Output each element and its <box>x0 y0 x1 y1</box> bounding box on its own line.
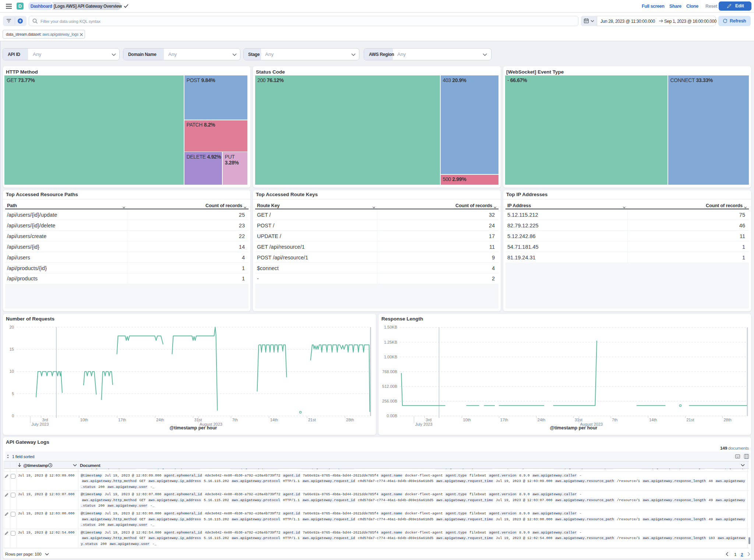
svg-text:1.50KB: 1.50KB <box>384 325 397 329</box>
svg-text:14th: 14th <box>270 418 278 422</box>
svg-text:1.00KB: 1.00KB <box>384 355 397 359</box>
svg-text:@timestamp per hour: @timestamp per hour <box>550 425 598 430</box>
svg-text:20: 20 <box>10 325 14 329</box>
svg-text:768.00B: 768.00B <box>382 369 397 374</box>
svg-text:10: 10 <box>10 369 14 373</box>
svg-text:256.00B: 256.00B <box>382 399 397 403</box>
svg-text:Dashboard: Dashboard <box>31 4 52 9</box>
svg-text:24th: 24th <box>538 418 545 422</box>
svg-text:512.00B: 512.00B <box>382 384 397 389</box>
svg-text:7th: 7th <box>612 418 617 422</box>
svg-text:21st: 21st <box>686 418 694 422</box>
svg-text:0.00B: 0.00B <box>387 414 397 418</box>
svg-text:July 2023: July 2023 <box>415 422 432 426</box>
svg-text:3rd: 3rd <box>42 418 48 422</box>
svg-text:28th: 28th <box>724 418 732 422</box>
svg-text:24th: 24th <box>156 418 164 422</box>
svg-text:17th: 17th <box>118 418 126 422</box>
svg-text:10th: 10th <box>463 418 471 422</box>
svg-text:21st: 21st <box>308 418 316 422</box>
svg-text:[Logs AWS] API Gateway Overvie: [Logs AWS] API Gateway Overview <box>53 4 122 9</box>
svg-text:28th: 28th <box>346 418 354 422</box>
svg-text:3rd: 3rd <box>426 418 431 422</box>
svg-text:14th: 14th <box>649 418 657 422</box>
svg-text:0: 0 <box>12 414 14 418</box>
svg-text:31st: 31st <box>194 418 202 422</box>
svg-text:@timestamp per hour: @timestamp per hour <box>170 425 217 430</box>
svg-text:July 2023: July 2023 <box>31 422 49 426</box>
svg-text:1.25KB: 1.25KB <box>384 340 397 344</box>
svg-text:15: 15 <box>10 347 14 351</box>
svg-text:17th: 17th <box>500 418 508 422</box>
svg-text:10th: 10th <box>80 418 88 422</box>
svg-text:31st: 31st <box>575 418 582 422</box>
svg-text:5: 5 <box>12 391 14 396</box>
svg-text:7th: 7th <box>232 418 238 422</box>
